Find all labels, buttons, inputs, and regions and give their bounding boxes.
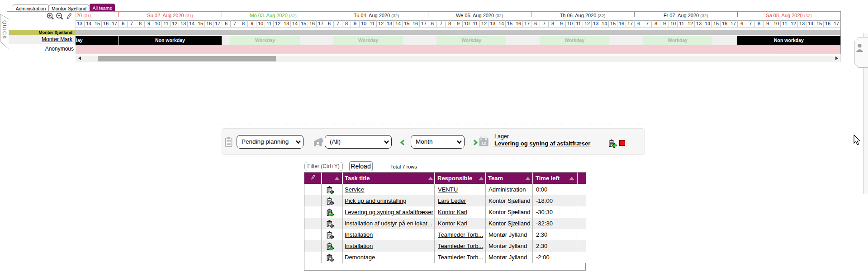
svg-text:12: 12 [481,140,486,145]
